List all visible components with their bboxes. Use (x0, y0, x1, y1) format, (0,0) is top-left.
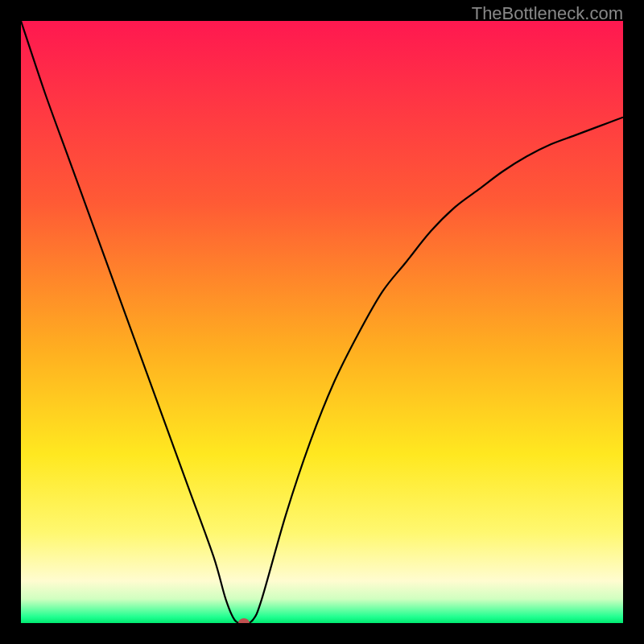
watermark-text: TheBottleneck.com (472, 3, 623, 24)
optimum-marker (238, 618, 250, 623)
chart-plot-area (21, 21, 623, 623)
chart-curve (21, 21, 623, 623)
